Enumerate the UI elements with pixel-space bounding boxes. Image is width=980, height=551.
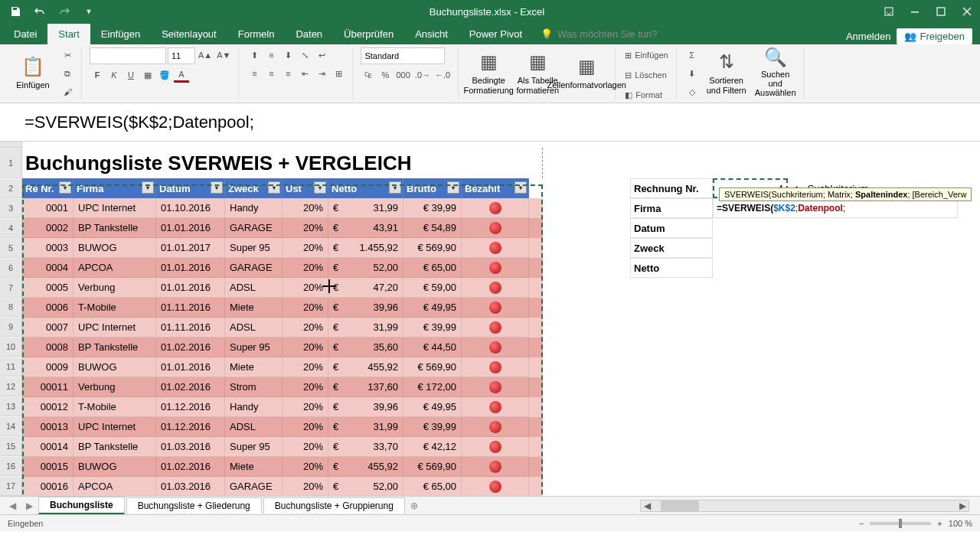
cell-firma[interactable]: T-Mobile xyxy=(74,397,156,417)
filter-icon[interactable]: ▾ xyxy=(142,181,154,194)
cell-renr[interactable]: 00015 xyxy=(22,457,74,477)
col-netto[interactable]: Netto▾ xyxy=(328,178,403,198)
filter-icon[interactable]: ▾ xyxy=(314,181,326,194)
cell-renr[interactable]: 0008 xyxy=(22,337,74,357)
table-row[interactable]: 0004APCOA01.01.2016GARAGE20%€52,00€ 65,0… xyxy=(22,258,543,278)
table-row[interactable]: 00012T-Mobile01.12.2016Handy20%€39,96€ 4… xyxy=(22,397,543,417)
cell-firma[interactable]: BUWOG xyxy=(74,238,156,258)
zoom-in-icon[interactable]: + xyxy=(937,519,942,528)
cell-brutto[interactable]: € 54,89 xyxy=(403,218,462,238)
cell-datum[interactable]: 01.12.2016 xyxy=(156,397,225,417)
row-head[interactable]: 11 xyxy=(0,357,21,377)
cell-datum[interactable]: 01.02.2016 xyxy=(156,457,225,477)
tab-seitenlayout[interactable]: Seitenlayout xyxy=(151,24,227,44)
cell-datum[interactable]: 01.01.2017 xyxy=(156,238,225,258)
row-head[interactable]: 4 xyxy=(0,218,21,238)
cell-zweck[interactable]: Handy xyxy=(225,397,283,417)
cell-renr[interactable]: 0005 xyxy=(22,278,74,298)
cell-zweck[interactable]: ADSL xyxy=(225,278,283,298)
scroll-right-icon[interactable]: ▶ xyxy=(956,500,969,511)
tab-datei[interactable]: Datei xyxy=(3,24,47,44)
cell-bezahlt[interactable] xyxy=(462,437,529,457)
zoom-out-icon[interactable]: − xyxy=(859,519,864,528)
table-row[interactable]: 0009BUWOG01.01.2016Miete20%€455,92€ 569,… xyxy=(22,357,543,377)
cell-firma[interactable]: BP Tankstelle xyxy=(74,218,156,238)
row-head[interactable]: 16 xyxy=(0,456,21,476)
close-icon[interactable] xyxy=(954,0,980,23)
cell-brutto[interactable]: € 39,99 xyxy=(403,318,462,337)
cell-netto[interactable]: €39,96 xyxy=(328,298,403,318)
cell-bezahlt[interactable] xyxy=(462,417,529,437)
cell-bezahlt[interactable] xyxy=(462,298,529,318)
row-head[interactable]: 14 xyxy=(0,416,21,436)
row-head[interactable]: 12 xyxy=(0,377,21,396)
cell-bezahlt[interactable] xyxy=(462,318,529,337)
cell-brutto[interactable]: € 172,00 xyxy=(403,377,462,397)
align-bottom-icon[interactable]: ⬇ xyxy=(280,47,296,63)
cell-netto[interactable]: €52,00 xyxy=(328,258,403,278)
cell-ust[interactable]: 20% xyxy=(283,278,328,298)
cell-netto[interactable]: €31,99 xyxy=(328,198,403,218)
format-painter-icon[interactable]: 🖌 xyxy=(60,84,75,99)
cell-brutto[interactable]: € 39,99 xyxy=(403,198,462,218)
cell-styles-button[interactable]: ▦Zellenformatvorlagen xyxy=(564,47,609,97)
cell-bezahlt[interactable] xyxy=(462,457,529,477)
cell-ust[interactable]: 20% xyxy=(283,337,328,357)
row-head[interactable]: 8 xyxy=(0,298,21,318)
cell-netto[interactable]: €31,99 xyxy=(328,417,403,437)
table-row[interactable]: 00016APCOA01.03.2016GARAGE20%€52,00€ 65,… xyxy=(22,477,543,496)
filter-icon[interactable]: ▾ xyxy=(59,181,71,194)
maximize-icon[interactable] xyxy=(928,0,954,23)
orientation-icon[interactable]: ⤡ xyxy=(297,47,312,63)
sheet-nav-prev-icon[interactable]: ◀ xyxy=(5,498,20,514)
cell-bezahlt[interactable] xyxy=(462,477,529,496)
cell-brutto[interactable]: € 44,50 xyxy=(403,337,462,357)
cell-ust[interactable]: 20% xyxy=(283,198,328,218)
horizontal-scrollbar[interactable]: ◀ ▶ xyxy=(640,500,969,512)
cell-renr[interactable]: 0009 xyxy=(22,357,74,377)
cell-bezahlt[interactable] xyxy=(462,337,529,357)
tab-ueberpruefen[interactable]: Überprüfen xyxy=(333,24,404,44)
cell-zweck[interactable]: GARAGE xyxy=(225,258,283,278)
currency-icon[interactable]: ₠ xyxy=(361,67,376,83)
cell-netto[interactable]: €43,91 xyxy=(328,218,403,238)
cell-bezahlt[interactable] xyxy=(462,278,529,298)
cell-zweck[interactable]: Handy xyxy=(225,198,283,218)
table-row[interactable]: 00015BUWOG01.02.2016Miete20%€455,92€ 569… xyxy=(22,457,543,477)
cell-netto[interactable]: €35,60 xyxy=(328,337,403,357)
save-icon[interactable] xyxy=(6,2,24,21)
minimize-icon[interactable] xyxy=(902,0,928,23)
cell-renr[interactable]: 00013 xyxy=(22,417,74,437)
col-brutto[interactable]: Brutto▾ xyxy=(403,178,462,198)
sheet-tab-1[interactable]: Buchungsliste xyxy=(38,497,125,514)
cell-zweck[interactable]: Super 95 xyxy=(225,337,283,357)
filter-icon[interactable]: ▾ xyxy=(211,181,223,194)
autosum-icon[interactable]: Σ xyxy=(684,47,700,63)
copy-icon[interactable]: ⧉ xyxy=(60,66,75,81)
cell-firma[interactable]: APCOA xyxy=(74,258,156,278)
table-row[interactable]: 0001UPC Internet01.10.2016Handy20%€31,99… xyxy=(22,198,543,218)
cell-zweck[interactable]: ADSL xyxy=(225,318,283,337)
comma-icon[interactable]: 000 xyxy=(394,67,411,83)
zoom-slider[interactable] xyxy=(870,522,931,525)
align-middle-icon[interactable]: ≡ xyxy=(263,47,279,63)
cell-datum[interactable]: 01.01.2016 xyxy=(156,278,225,298)
cell-netto[interactable]: €47,20 xyxy=(328,278,403,298)
merge-icon[interactable]: ⊞ xyxy=(331,66,346,81)
align-left-icon[interactable]: ≡ xyxy=(247,66,262,81)
firma-label[interactable]: Firma xyxy=(630,198,713,218)
row-head[interactable]: 7 xyxy=(0,278,21,298)
row-head[interactable]: 9 xyxy=(0,317,21,337)
wrap-text-icon[interactable]: ↩ xyxy=(314,47,329,63)
row-head[interactable]: 6 xyxy=(0,258,21,278)
cell-firma[interactable]: Verbung xyxy=(74,278,156,298)
align-center-icon[interactable]: ≡ xyxy=(263,66,279,81)
filter-icon[interactable]: ▾ xyxy=(447,181,459,194)
sheet-tab-3[interactable]: Buchungsliste + Gruppierung xyxy=(263,497,405,514)
cell-brutto[interactable]: € 569,90 xyxy=(403,457,462,477)
cell-brutto[interactable]: € 39,99 xyxy=(403,417,462,437)
cell-ust[interactable]: 20% xyxy=(283,417,328,437)
zweck-label[interactable]: Zweck xyxy=(630,238,713,258)
row-head[interactable]: 17 xyxy=(0,476,21,496)
scroll-thumb[interactable] xyxy=(661,500,699,511)
